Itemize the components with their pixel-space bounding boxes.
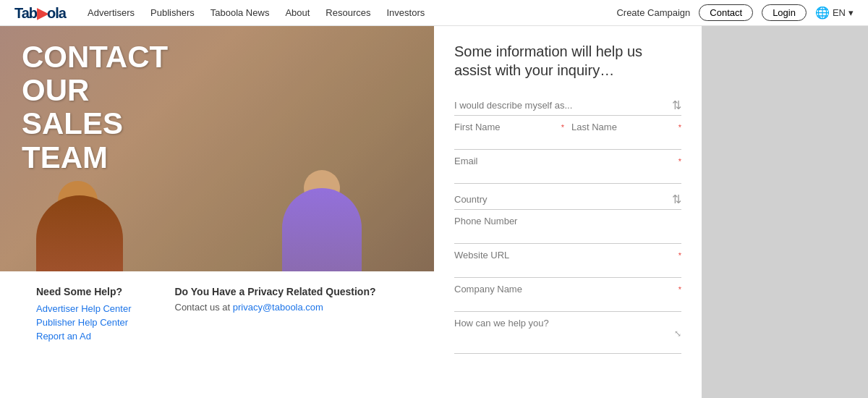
help-label: How can we help you? xyxy=(454,318,681,329)
navbar: Tab▶ola Advertisers Publishers Taboola N… xyxy=(0,0,868,26)
country-label: Country xyxy=(454,194,488,205)
help-col: Need Some Help? Advertiser Help Center P… xyxy=(36,286,132,344)
email-input[interactable] xyxy=(454,166,681,180)
expand-icon: ⇅ xyxy=(672,98,681,112)
hero-title: CONTACT OUR SALES TEAM xyxy=(22,41,168,174)
describe-field[interactable]: I would describe myself as... ⇅ xyxy=(454,93,681,116)
phone-label: Phone Number xyxy=(454,216,681,226)
first-name-label: First Name xyxy=(454,122,564,132)
nav-taboola-news[interactable]: Taboola News xyxy=(210,7,270,18)
company-input[interactable] xyxy=(454,295,681,308)
name-row: First Name * Last Name * xyxy=(454,116,681,150)
globe-icon: 🌐 xyxy=(815,6,830,20)
last-name-required: * xyxy=(678,123,681,132)
language-selector[interactable]: 🌐 EN ▾ xyxy=(815,6,854,20)
website-label: Website URL xyxy=(454,250,681,261)
company-label: Company Name xyxy=(454,284,681,295)
first-name-field: First Name * xyxy=(454,116,564,149)
last-name-label: Last Name xyxy=(571,122,681,132)
form-panel: Some information will help us assist wit… xyxy=(434,26,702,398)
privacy-text: Contact us at privacy@taboola.com xyxy=(175,302,376,313)
nav-advertisers[interactable]: Advertisers xyxy=(88,7,135,18)
country-expand-icon: ⇅ xyxy=(672,192,681,206)
website-required: * xyxy=(678,251,681,260)
country-field[interactable]: Country ⇅ xyxy=(454,187,681,210)
gray-sidebar xyxy=(702,26,868,398)
advertiser-help-link[interactable]: Advertiser Help Center xyxy=(36,303,132,314)
create-campaign-link[interactable]: Create Campaign xyxy=(616,7,690,18)
contact-button[interactable]: Contact xyxy=(699,4,753,21)
nav-links: Advertisers Publishers Taboola News Abou… xyxy=(88,7,616,18)
phone-field: Phone Number xyxy=(454,210,681,244)
last-name-field: Last Name * xyxy=(571,116,681,149)
report-ad-link[interactable]: Report an Ad xyxy=(36,331,132,342)
help-input[interactable] xyxy=(454,339,681,350)
help-field: How can we help you? ⤡ xyxy=(454,312,681,354)
privacy-title: Do You Have a Privacy Related Question? xyxy=(175,286,376,297)
first-name-input[interactable] xyxy=(454,132,564,146)
phone-input[interactable] xyxy=(454,226,681,240)
email-field: Email * xyxy=(454,150,681,184)
resize-icon: ⤡ xyxy=(674,329,681,339)
company-field: Company Name * xyxy=(454,278,681,312)
nav-publishers[interactable]: Publishers xyxy=(150,7,195,18)
privacy-email-link[interactable]: privacy@taboola.com xyxy=(233,302,323,313)
help-title: Need Some Help? xyxy=(36,286,132,297)
website-input[interactable] xyxy=(454,261,681,274)
bottom-white-section: Need Some Help? Advertiser Help Center P… xyxy=(0,271,434,398)
login-button[interactable]: Login xyxy=(762,4,807,21)
nav-investors[interactable]: Investors xyxy=(387,7,425,18)
first-name-required: * xyxy=(561,123,564,132)
website-field: Website URL * xyxy=(454,244,681,278)
navbar-right: Create Campaign Contact Login 🌐 EN ▾ xyxy=(616,4,854,21)
last-name-input[interactable] xyxy=(571,132,681,146)
nav-about[interactable]: About xyxy=(285,7,310,18)
chevron-down-icon: ▾ xyxy=(848,7,854,18)
nav-resources[interactable]: Resources xyxy=(326,7,370,18)
email-required: * xyxy=(678,157,681,166)
logo: Tab▶ola xyxy=(14,4,66,22)
email-label: Email xyxy=(454,156,681,166)
describe-label: I would describe myself as... xyxy=(454,100,572,111)
publisher-help-link[interactable]: Publisher Help Center xyxy=(36,317,132,328)
privacy-col: Do You Have a Privacy Related Question? … xyxy=(175,286,376,313)
company-required: * xyxy=(678,285,681,294)
lang-label: EN xyxy=(833,7,846,18)
form-heading: Some information will help us assist wit… xyxy=(454,42,681,80)
right-section: Some information will help us assist wit… xyxy=(434,26,868,398)
